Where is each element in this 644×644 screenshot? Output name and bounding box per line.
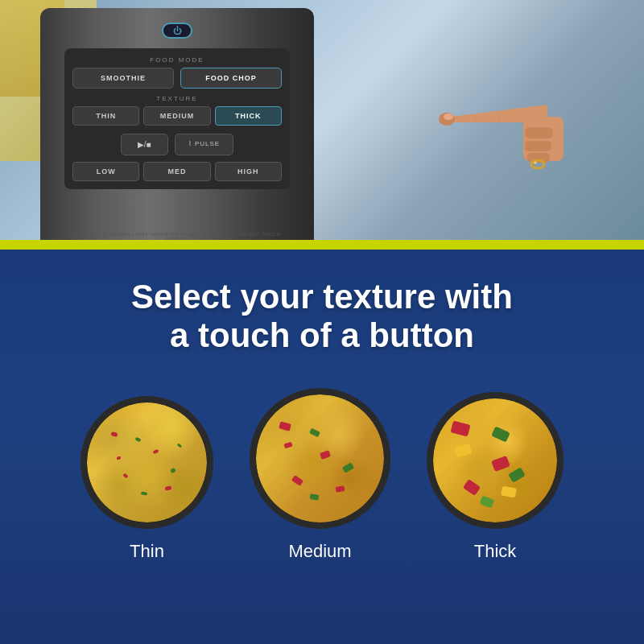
medium-bowl xyxy=(250,388,390,529)
medium-button[interactable]: MEDIUM xyxy=(143,106,210,126)
svg-rect-3 xyxy=(525,141,551,151)
medium-bowl-container xyxy=(250,388,390,529)
tagline-line1: Select your texture with xyxy=(131,278,513,316)
svg-point-5 xyxy=(531,160,544,168)
thick-bowl xyxy=(427,392,564,529)
thin-button[interactable]: THIN xyxy=(72,106,139,126)
thin-bowl xyxy=(80,396,213,529)
thick-button[interactable]: THICK xyxy=(215,106,282,126)
med-button[interactable]: MED xyxy=(143,162,210,181)
hand-pointing xyxy=(402,72,564,177)
bottom-section: Select your texture with a touch of a bu… xyxy=(0,250,644,644)
thin-bowl-container xyxy=(80,396,213,529)
tagline: Select your texture with a touch of a bu… xyxy=(131,278,513,356)
food-chop-button[interactable]: FOOD CHOP xyxy=(180,68,282,89)
blender-body: FOOD MODE SMOOTHIE FOOD CHOP TEXTURE THI… xyxy=(40,8,314,246)
pulse-button[interactable]: ⌇ PULSE xyxy=(175,134,233,155)
speed-buttons-row: LOW MED HIGH xyxy=(72,162,282,181)
control-panel: FOOD MODE SMOOTHIE FOOD CHOP TEXTURE THI… xyxy=(64,48,290,189)
top-section: FOOD MODE SMOOTHIE FOOD CHOP TEXTURE THI… xyxy=(0,0,644,250)
thick-food xyxy=(433,398,557,522)
play-pulse-row: ▶/■ ⌇ PULSE xyxy=(72,134,282,155)
svg-point-7 xyxy=(444,114,453,120)
svg-point-6 xyxy=(534,162,537,164)
thick-bowl-item: Thick xyxy=(427,392,564,562)
high-button[interactable]: HIGH xyxy=(215,162,282,181)
yellow-accent-strip xyxy=(0,240,644,250)
low-button[interactable]: LOW xyxy=(72,162,139,181)
thick-bowl-container xyxy=(427,392,564,529)
medium-bowl-label: Medium xyxy=(288,541,351,562)
svg-rect-2 xyxy=(525,127,553,138)
power-button[interactable] xyxy=(162,23,192,39)
smoothie-button[interactable]: SMOOTHIE xyxy=(72,68,174,89)
tagline-line2: a touch of a button xyxy=(170,316,474,354)
texture-buttons-row: THIN MEDIUM THICK xyxy=(72,106,282,126)
thin-bowl-label: Thin xyxy=(130,541,164,562)
food-mode-label: FOOD MODE xyxy=(72,56,282,64)
texture-label: TEXTURE xyxy=(72,95,282,102)
bowls-row: Thin xyxy=(80,388,564,562)
medium-bowl-item: Medium xyxy=(250,388,390,562)
thin-food xyxy=(87,402,207,522)
thick-bowl-label: Thick xyxy=(474,541,517,562)
thin-bowl-item: Thin xyxy=(80,396,213,562)
play-stop-button[interactable]: ▶/■ xyxy=(121,134,168,155)
mode-buttons-row: SMOOTHIE FOOD CHOP xyxy=(72,68,282,89)
medium-food xyxy=(256,394,384,522)
